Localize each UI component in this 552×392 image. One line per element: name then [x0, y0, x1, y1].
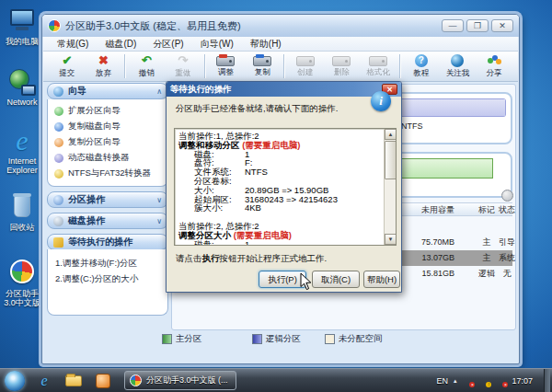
network-status-icon[interactable]: !: [478, 375, 489, 386]
disk-ops-panel-header[interactable]: 磁盘操作 ∨: [47, 213, 168, 229]
desktop-icon-network[interactable]: Network: [0, 68, 44, 107]
ntfs-fat32-converter-icon: [54, 169, 63, 179]
action-center-flag-icon[interactable]: ×: [495, 375, 506, 386]
partition-ops-panel-header[interactable]: 分区操作 ∨: [47, 191, 168, 208]
wizards-panel-header[interactable]: 向导 ∧: [47, 83, 168, 99]
pending-ops-pencil-icon: [53, 237, 63, 248]
taskbar-ie-icon[interactable]: e: [32, 372, 56, 390]
desktop-icon-recycle-bin[interactable]: 回收站: [0, 193, 44, 232]
resize-handle[interactable]: [501, 190, 513, 202]
discard-x-icon: ✖: [98, 54, 109, 67]
my-computer-icon: [7, 7, 37, 35]
toolbar-separator: [204, 54, 205, 78]
undo-button[interactable]: ↶撤销: [128, 52, 165, 80]
redo-button: ↷重做: [165, 52, 201, 80]
share-button[interactable]: 分享: [476, 52, 512, 80]
copy-partition-wizard-icon: [54, 138, 63, 147]
partition-legend: 主分区 逻辑分区 未分配空间: [42, 333, 521, 348]
primary-partition-swatch: [162, 334, 172, 344]
volume-icon[interactable]: ×: [462, 375, 473, 386]
tray-expand-icon[interactable]: ▴: [454, 377, 457, 385]
dialog-message: 分区助手已经准备就绪,请确认下面的操作.: [176, 103, 360, 115]
sidebar-item-copy-partition-wizard[interactable]: 复制分区向导: [54, 134, 167, 150]
pending-op-item[interactable]: 2.调整(C:)分区的大小: [55, 271, 167, 286]
window-titlebar[interactable]: 分区助手3.0中文版 (稳定、易用且免费) — ❐ ✕: [42, 15, 519, 37]
menu-help[interactable]: 帮助(H): [242, 38, 290, 51]
taskbar-media-icon[interactable]: [91, 372, 115, 390]
menu-partition[interactable]: 分区(P): [144, 38, 191, 51]
sidebar-item-ntfs-fat32-converter[interactable]: NTFS与FAT32转换器: [54, 166, 167, 181]
pending-op-item[interactable]: 1.调整并移动(F:)分区: [55, 255, 167, 271]
chevron-up-icon[interactable]: ∧: [156, 87, 162, 96]
scroll-up-icon[interactable]: ▲: [385, 129, 397, 140]
commit-button[interactable]: ✔提交: [49, 52, 86, 80]
partition-ops-icon: [53, 195, 63, 205]
desktop-icon-label: Network: [0, 98, 44, 107]
cancel-button[interactable]: 取消(C): [312, 271, 360, 288]
logical-partition-swatch: [252, 334, 262, 344]
menu-bar: 常规(G) 磁盘(D) 分区(P) 向导(W) 帮助(H): [43, 37, 518, 52]
desktop-icon-internet-explorer[interactable]: e Internet Explorer: [0, 127, 44, 175]
partition-assistant-icon: [130, 375, 142, 386]
sidebar-item-copy-disk-wizard[interactable]: 复制磁盘向导: [54, 119, 167, 134]
globe-icon: [451, 54, 464, 67]
tutorial-question-icon: ?: [415, 54, 428, 67]
pending-ops-panel-header[interactable]: 等待执行的操作: [47, 234, 168, 250]
scrollbar-thumb[interactable]: [385, 141, 397, 179]
follow-me-button[interactable]: 关注我: [440, 52, 477, 80]
commit-check-icon: ✔: [62, 54, 72, 67]
chevron-down-icon[interactable]: ∨: [156, 217, 162, 225]
chevron-down-icon[interactable]: ∨: [156, 196, 162, 204]
redo-icon: ↷: [178, 54, 188, 67]
close-button[interactable]: ✕: [491, 19, 513, 32]
operations-list[interactable]: 当前操作:1, 总操作:2 调整和移动分区 (需要重启电脑) 磁盘:1 盘符:F…: [174, 128, 397, 246]
dialog-titlebar[interactable]: 等待执行的操作 ✕: [167, 82, 401, 97]
dialog-title: 等待执行的操作: [170, 84, 232, 96]
start-button[interactable]: [5, 371, 25, 391]
op1-warning: (需要重启电脑): [242, 140, 300, 150]
toolbar-separator: [283, 54, 284, 78]
taskbar-explorer-icon[interactable]: [62, 372, 86, 390]
op2-warning: (需要重启电脑): [234, 230, 292, 240]
recycle-bin-icon: [7, 193, 37, 221]
desktop-icon-partition-assistant[interactable]: 分区助手3.0中文版: [0, 258, 44, 307]
tutorial-button[interactable]: ?教程: [403, 52, 440, 80]
menu-general[interactable]: 常规(G): [49, 38, 97, 51]
dialog-footer-text: 请点击执行按钮开始让程序正式地工作.: [176, 253, 327, 265]
language-indicator[interactable]: EN: [436, 376, 448, 386]
desktop-icon-my-computer[interactable]: 我的电脑: [0, 7, 44, 46]
copy-disk-wizard-icon: [54, 122, 63, 132]
menu-disk[interactable]: 磁盘(D): [97, 38, 144, 51]
maximize-button[interactable]: ❐: [466, 19, 489, 32]
column-status[interactable]: 状态: [494, 203, 520, 217]
show-desktop-button[interactable]: [544, 369, 550, 392]
sidebar-item-extend-partition-wizard[interactable]: 扩展分区向导: [54, 103, 167, 119]
taskbar-app-button[interactable]: 分区助手3.0中文版 (...: [124, 371, 236, 390]
copy-button[interactable]: 复制: [244, 52, 281, 80]
wizards-panel-body: 扩展分区向导 复制磁盘向导 复制分区向导 动态磁盘转换器 NTFS与FAT32转…: [47, 99, 168, 187]
minimize-button[interactable]: —: [442, 19, 464, 32]
pending-operations-dialog: 等待执行的操作 ✕ 分区助手已经准备就绪,请确认下面的操作. i 当前操作:1,…: [166, 81, 402, 293]
dialog-scrollbar[interactable]: ▲ ▼: [384, 129, 396, 245]
extend-wizard-icon: [54, 107, 63, 116]
scroll-down-icon[interactable]: ▼: [385, 234, 397, 245]
format-disk-icon: [369, 56, 387, 66]
desktop-icon-label: 分区助手3.0中文版: [0, 289, 44, 307]
network-icon: [7, 68, 37, 96]
pending-ops-panel-body: 1.调整并移动(F:)分区 2.调整(C:)分区的大小: [47, 249, 168, 316]
system-tray: EN ▴ × ! × 17:07: [436, 369, 552, 392]
partition-fs-label: NTFS: [401, 121, 423, 131]
partition-assistant-icon: [7, 259, 37, 287]
sidebar-item-dynamic-disk-converter[interactable]: 动态磁盘转换器: [54, 150, 167, 166]
format-button: 格式化: [360, 52, 397, 80]
create-button: 创建: [287, 52, 324, 80]
clock[interactable]: 17:07: [512, 376, 533, 386]
copy-disk-icon: [253, 56, 271, 66]
window-title: 分区助手3.0中文版 (稳定、易用且免费): [65, 19, 241, 33]
resize-button[interactable]: 调整: [208, 52, 245, 80]
help-button[interactable]: 帮助(H): [363, 271, 400, 288]
create-disk-icon: [296, 56, 315, 66]
desktop-icon-label: Internet Explorer: [0, 156, 44, 175]
menu-wizard[interactable]: 向导(W): [192, 38, 242, 51]
discard-button[interactable]: ✖放弃: [86, 52, 122, 80]
